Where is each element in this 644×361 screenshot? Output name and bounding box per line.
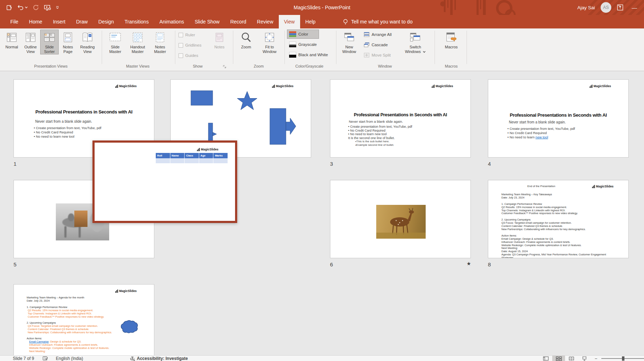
grayscale-icon: [289, 42, 296, 47]
tab-draw[interactable]: Draw: [71, 15, 93, 28]
group-separator: [233, 31, 233, 64]
group-separator: [336, 31, 336, 64]
slide-indicator[interactable]: Slide 7 of 9: [13, 356, 34, 361]
bar-chart-icon: [590, 85, 592, 88]
hyperlink[interactable]: new tool: [536, 135, 548, 139]
slide-thumbnail-9[interactable]: MagicSlides Marketing Team Meeting – Age…: [14, 284, 154, 355]
ruler-checkbox[interactable]: Ruler: [179, 32, 195, 38]
slide-sorter-shortcut[interactable]: [552, 356, 565, 361]
notes-button[interactable]: Notes: [209, 30, 229, 49]
notes-page-button[interactable]: Notes Page: [59, 30, 77, 54]
reading-view-button[interactable]: Reading View: [78, 30, 97, 54]
fit-to-window-icon: [264, 31, 275, 44]
tab-slide-show[interactable]: Slide Show: [189, 15, 225, 28]
fit-to-window-button[interactable]: Fit to Window: [258, 30, 281, 54]
slideshow-shortcut[interactable]: [578, 356, 591, 361]
powerpoint-window: MagicSlides - PowerPoint Ajay Sai AS: [0, 0, 644, 361]
slide-thumbnail-6[interactable]: [330, 180, 471, 258]
magicslides-logo: MagicSlides: [590, 84, 611, 88]
show-dialog-launcher-icon[interactable]: [223, 65, 228, 70]
handout-master-button[interactable]: Handout Master: [127, 30, 149, 54]
tab-view[interactable]: View: [279, 15, 300, 28]
arrow-body: [270, 108, 286, 144]
minimize-button[interactable]: —: [629, 5, 640, 11]
normal-view-button[interactable]: Normal: [3, 30, 21, 49]
slide-thumbnail-8[interactable]: MagicSlides End of the Presentation Mark…: [488, 180, 629, 258]
notes-master-button[interactable]: Notes Master: [150, 30, 170, 54]
hyperlink[interactable]: Email Campaign: [29, 340, 49, 343]
window-title: MagicSlides - PowerPoint: [0, 0, 644, 15]
slide-thumbnail-3[interactable]: MagicSlides Professional Presentations i…: [330, 79, 471, 158]
notes-master-icon: [155, 31, 165, 44]
tab-insert[interactable]: Insert: [48, 15, 71, 28]
tab-file[interactable]: File: [5, 15, 24, 28]
tab-home[interactable]: Home: [24, 15, 48, 28]
outline-view-button[interactable]: Outline View: [21, 30, 40, 54]
tab-help[interactable]: Help: [300, 15, 321, 28]
new-window-button[interactable]: New Window: [339, 30, 360, 54]
slide-master-button[interactable]: Slide Master: [105, 30, 125, 54]
grayscale-button[interactable]: Grayscale: [287, 40, 319, 49]
ribbon-display-options-icon[interactable]: [617, 4, 623, 11]
titlebar-right: Ajay Sai AS —: [577, 0, 640, 15]
checkbox-icon: [179, 53, 183, 58]
bar-chart-icon: [115, 85, 118, 88]
notes-page-icon: [63, 31, 73, 44]
tab-design[interactable]: Design: [93, 15, 119, 28]
undo-button[interactable]: [17, 5, 28, 10]
slide-body: Marketing Team Meeting – Key Takeaways D…: [501, 193, 619, 258]
bar-chart-icon: [115, 290, 118, 293]
zoom-out-button[interactable]: −: [594, 356, 598, 361]
tab-transitions[interactable]: Transitions: [119, 15, 154, 28]
cascade-button[interactable]: Cascade: [362, 41, 389, 49]
normal-view-shortcut[interactable]: [539, 356, 552, 361]
save-icon[interactable]: [6, 5, 12, 11]
color-button[interactable]: Color: [287, 30, 319, 38]
arrow-head: [286, 118, 296, 134]
magnifier-icon: [241, 31, 251, 44]
arrange-all-button[interactable]: Arrange All: [362, 30, 393, 39]
cloud-shape: [118, 317, 138, 338]
slide-bullets: • Create presentation from text, YouTube…: [507, 127, 575, 135]
tab-record[interactable]: Record: [225, 15, 251, 28]
partial-shape-tick: [213, 132, 217, 136]
account-name[interactable]: Ajay Sai: [577, 5, 595, 10]
title-bar: MagicSlides - PowerPoint Ajay Sai AS: [0, 0, 644, 15]
guides-checkbox[interactable]: Guides: [179, 53, 198, 58]
slide-title: Professional Presentations in Seconds wi…: [330, 112, 470, 117]
start-slideshow-icon[interactable]: [44, 5, 51, 11]
reading-view-shortcut[interactable]: [565, 356, 578, 361]
gridlines-checkbox[interactable]: Gridlines: [179, 42, 201, 48]
redo-button[interactable]: [33, 4, 39, 11]
language-indicator[interactable]: English (India): [56, 356, 83, 361]
move-split-button[interactable]: Move Split: [362, 51, 393, 59]
table-header: Marks: [213, 153, 228, 158]
avatar[interactable]: AS: [601, 2, 611, 13]
accessibility-checker[interactable]: Accessibility: Investigate: [129, 356, 188, 361]
slide-number-3: 3: [330, 161, 333, 167]
slide-subtitle: Never start from a blank slide again.: [35, 120, 92, 124]
tell-me-box[interactable]: Tell me what you want to do: [343, 15, 413, 28]
zoom-button[interactable]: Zoom: [237, 30, 255, 49]
view-shortcuts: [539, 356, 591, 361]
black-and-white-button[interactable]: Black and White: [287, 51, 330, 59]
slide-thumbnail-4[interactable]: MagicSlides Professional Presentations i…: [488, 79, 629, 158]
zoom-slider-handle[interactable]: [622, 356, 624, 361]
tab-review[interactable]: Review: [252, 15, 279, 28]
dragged-slide-7[interactable]: MagicSlides Roll Name Class Age Marks: [92, 140, 237, 223]
macros-icon: [446, 31, 457, 44]
customize-qat-button[interactable]: [56, 6, 59, 9]
tab-animations[interactable]: Animations: [154, 15, 189, 28]
group-separator: [284, 31, 285, 64]
macros-button[interactable]: Macros: [440, 30, 462, 49]
table-empty-row: [156, 158, 228, 163]
star-shape: [237, 91, 257, 110]
switch-windows-button[interactable]: Switch Windows: [402, 30, 429, 54]
action-items-rest: Influencer Outreach: Finalize agreements…: [29, 344, 136, 353]
arrange-all-icon: [364, 32, 369, 37]
slide-sorter-button[interactable]: Slide Sorter: [41, 30, 58, 54]
deer-photo: [376, 205, 426, 239]
switch-windows-icon: [409, 31, 421, 44]
spellcheck-icon[interactable]: [43, 356, 48, 361]
magicslides-logo: MagicSlides: [592, 185, 613, 188]
